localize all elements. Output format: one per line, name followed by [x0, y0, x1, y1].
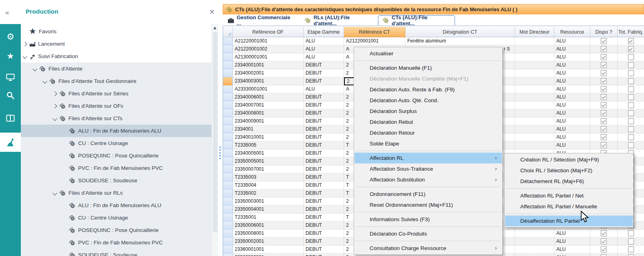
checkbox-tot-unchecked[interactable] [628, 70, 634, 76]
select-all-corner[interactable] [223, 27, 233, 37]
checkbox-tot-unchecked[interactable] [628, 142, 634, 148]
tab-gestion-commerciale[interactable]: Gestion Commerciale ... [223, 15, 299, 26]
checkbox-dispo-checked[interactable] [601, 94, 607, 100]
checkbox-tot-unchecked[interactable] [628, 54, 634, 60]
checkbox-dispo-checked[interactable] [601, 246, 607, 252]
cell-mot[interactable] [515, 37, 554, 45]
cell-tot[interactable] [618, 117, 644, 125]
cell-ressource[interactable]: ALU [554, 69, 590, 77]
cell-tot[interactable] [618, 230, 644, 238]
cell-etape[interactable]: DEBUT [304, 181, 344, 189]
checkbox-dispo-checked[interactable] [601, 86, 607, 92]
cell-ressource[interactable]: ALU [554, 254, 590, 256]
context-menu-item-d-claration-co-produits[interactable]: Déclaration Co-Produits [354, 228, 502, 239]
checkbox-tot-unchecked[interactable] [628, 110, 634, 116]
cell-mot[interactable] [515, 141, 554, 149]
cell-designation[interactable]: Fenêtre aluminum [405, 37, 515, 45]
cell-tot[interactable] [618, 69, 644, 77]
cell-of[interactable]: 23350006001 [233, 222, 304, 230]
cell-ressource[interactable]: ALU [554, 45, 590, 53]
tree-item-pvc-fin-de-fab-menuiseries-pvc[interactable]: PVC : Fin de Fab Menuiseries PVC [21, 162, 211, 174]
row-selector[interactable] [223, 198, 233, 206]
column-header-designation[interactable]: Désignation CT [405, 27, 515, 37]
row-selector[interactable] [223, 141, 233, 149]
cell-etape[interactable]: DEBUT [304, 246, 344, 254]
cell-of[interactable]: 23350004001 [233, 206, 304, 214]
chevron-down-icon[interactable] [22, 54, 27, 58]
checkbox-dispo-checked[interactable] [601, 102, 607, 108]
row-selector[interactable] [223, 133, 233, 141]
cell-etape[interactable]: DEBUT [304, 214, 344, 222]
cell-tot[interactable] [618, 101, 644, 109]
row-selector[interactable] [223, 125, 233, 133]
context-menu-item-affectation-sous-traitance[interactable]: Affectation Sous-Traitance› [354, 163, 502, 174]
cell-of[interactable]: 23360002001 [233, 254, 304, 256]
sidebar-item-search[interactable] [0, 86, 21, 105]
cell-dispo[interactable] [590, 37, 618, 45]
row-selector[interactable] [223, 246, 233, 254]
tree-item-lancement[interactable]: Lancement [21, 38, 211, 50]
row-selector[interactable] [223, 53, 233, 61]
cell-etape[interactable]: DEBUT [304, 61, 344, 69]
column-header-ct[interactable]: Référence CT [344, 27, 405, 37]
tree-item-cu-centre-usinage[interactable]: CU : Centre Usinage [21, 137, 211, 149]
cell-of[interactable]: 23350008001 [233, 230, 304, 238]
checkbox-dispo-checked[interactable] [601, 70, 607, 76]
tree-item-soudeuse-soudeuse[interactable]: SOUDEUSE : Soudeuse [21, 249, 211, 256]
tree-item-alu-fin-de-fab-menuiseries-alu[interactable]: ALU : Fin de Fab Menuiseries ALU [21, 199, 211, 212]
cell-mot[interactable] [515, 85, 554, 93]
context-menu-item-actualiser[interactable]: Actualiser [354, 48, 502, 59]
cell-ressource[interactable]: ALU [554, 61, 590, 69]
column-header-mot[interactable]: Mot Directeur [515, 27, 554, 37]
row-selector[interactable] [223, 109, 233, 117]
cell-of[interactable]: 23340010001 [233, 133, 304, 141]
cell-of[interactable]: T2335001 [233, 214, 304, 222]
cell-mot[interactable] [515, 77, 554, 85]
cell-of[interactable]: A21300001001 [233, 53, 304, 61]
context-menu-item-informations-suivies-f3[interactable]: Informations Suivies (F3) [354, 214, 502, 225]
tree-scrollbar[interactable]: ▲ [211, 24, 219, 256]
tree-item-cu-centre-usinage[interactable]: CU : Centre Usinage [21, 212, 211, 224]
sidebar-item-robot-arm[interactable] [0, 133, 21, 152]
cell-of[interactable]: 23340008001 [233, 109, 304, 117]
checkbox-dispo-checked[interactable] [601, 62, 607, 68]
cell-of[interactable]: 23350007001 [233, 165, 304, 173]
collapse-panel-icon[interactable]: « [5, 8, 10, 17]
checkbox-dispo-checked[interactable] [601, 46, 607, 52]
cell-tot[interactable] [618, 125, 644, 133]
cell-of[interactable]: 23350003001 [233, 198, 304, 206]
cell-of[interactable]: 23340005001 [233, 149, 304, 157]
cell-etape[interactable]: DEBUT [304, 77, 344, 85]
tree-item-posequinc-pose-quincaillerie[interactable]: POSEQUINC : Pose Quincaillerie [21, 149, 211, 162]
cell-of[interactable]: 23340003001 [233, 77, 304, 85]
cell-tot[interactable] [618, 37, 644, 45]
row-selector[interactable] [223, 165, 233, 173]
cell-of[interactable]: 23340006001 [233, 93, 304, 101]
cell-ressource[interactable]: ALU [554, 230, 590, 238]
column-header-of[interactable]: Référence OF [233, 27, 304, 37]
cell-etape[interactable]: ALU [304, 85, 344, 93]
checkbox-tot-unchecked[interactable] [628, 230, 634, 236]
row-selector[interactable] [223, 222, 233, 230]
cell-etape[interactable]: ALU [304, 53, 344, 61]
cell-etape[interactable]: DEBUT [304, 254, 344, 256]
row-selector[interactable] [223, 157, 233, 165]
cell-etape[interactable]: DEBUT [304, 238, 344, 246]
cell-dispo[interactable] [590, 85, 618, 93]
cell-ressource[interactable]: ALU [554, 141, 590, 149]
row-selector[interactable] [223, 69, 233, 77]
cell-of[interactable]: T2335003 [233, 173, 304, 181]
cell-mot[interactable] [515, 53, 554, 61]
cell-dispo[interactable] [590, 125, 618, 133]
row-selector[interactable] [223, 85, 233, 93]
cell-of[interactable]: 23340007001 [233, 101, 304, 109]
submenu-item-affectation-rl-partiel-manuelle[interactable]: Affectation RL Partiel / Manuelle [505, 201, 633, 212]
cell-etape[interactable]: DEBUT [304, 198, 344, 206]
cell-of[interactable]: T2335005 [233, 141, 304, 149]
cell-mot[interactable] [515, 246, 554, 254]
cell-tot[interactable] [618, 93, 644, 101]
tree-item-posequinc-pose-quincaillerie[interactable]: POSEQUINC : Pose Quincaillerie [21, 224, 211, 236]
cell-etape[interactable]: DEBUT [304, 141, 344, 149]
context-menu-item-d-claration-rebut[interactable]: Déclaration Rebut [354, 117, 502, 127]
row-selector[interactable] [223, 181, 233, 189]
